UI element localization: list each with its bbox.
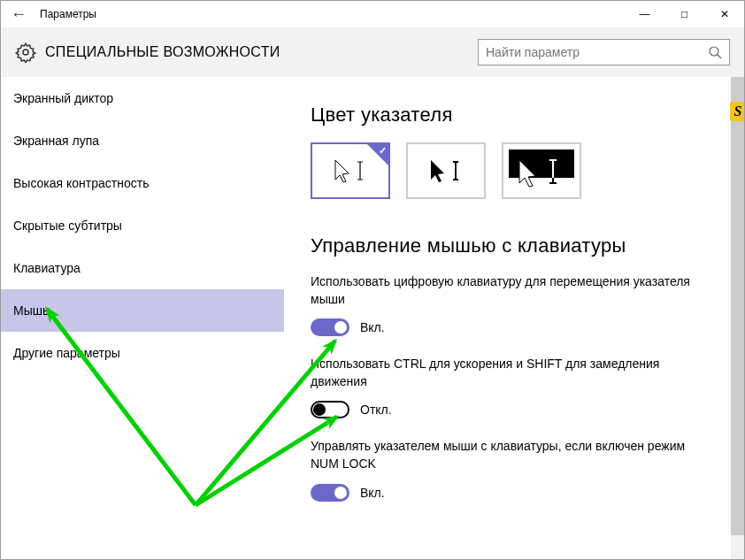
annotation-badge: S [730,102,745,121]
toggle-ctrl-shift-speed[interactable] [311,401,349,418]
minimize-button[interactable]: — [625,1,664,27]
search-box[interactable] [478,39,730,65]
sidebar-item-magnifier[interactable]: Экранная лупа [1,119,284,162]
scrollbar[interactable] [731,77,744,559]
sidebar-item-label: Экранная лупа [13,134,99,148]
header-title: СПЕЦИАЛЬНЫЕ ВОЗМОЖНОСТИ [45,44,280,60]
sidebar: Экранный диктор Экранная лупа Высокая ко… [1,77,284,559]
sidebar-item-label: Клавиатура [13,261,81,275]
cursor-options: ✓ [311,142,718,199]
search-icon [708,45,722,59]
content-pane: Цвет указателя ✓ [284,77,744,559]
maximize-button[interactable]: □ [664,1,704,27]
setting-label: Использовать цифровую клавиатуру для пер… [311,273,691,308]
toggle-state-label: Вкл. [360,486,385,500]
cursor-preview-icon [424,155,468,187]
sidebar-item-label: Экранный диктор [13,91,113,105]
svg-line-2 [718,55,721,58]
sidebar-item-other-options[interactable]: Другие параметры [1,332,284,374]
sidebar-item-keyboard[interactable]: Клавиатура [1,247,284,289]
sidebar-item-label: Мышь [13,303,49,318]
cursor-preview-icon [503,144,580,197]
sidebar-item-label: Скрытые субтитры [13,219,122,233]
toggle-state-label: Откл. [360,403,392,417]
back-button[interactable]: ← [1,5,36,24]
section-title-mouse-keys: Управление мышью с клавиатуры [311,234,718,257]
toggle-numlock-mouse[interactable] [311,484,349,502]
close-button[interactable]: ✕ [704,1,744,27]
gear-icon [15,42,36,63]
section-title-pointer-color: Цвет указателя [311,104,718,127]
cursor-option-black[interactable] [406,142,486,199]
sidebar-item-high-contrast[interactable]: Высокая контрастность [1,162,284,204]
sidebar-item-closed-captions[interactable]: Скрытые субтитры [1,204,284,247]
sidebar-item-narrator[interactable]: Экранный диктор [1,77,284,119]
checkmark-icon: ✓ [379,145,387,157]
setting-label: Управлять указателем мыши с клавиатуры, … [311,438,691,472]
sidebar-item-label: Другие параметры [13,346,120,360]
search-input[interactable] [486,45,708,59]
sidebar-item-mouse[interactable]: Мышь [1,289,284,332]
scrollbar-thumb[interactable] [731,77,744,535]
svg-point-0 [23,50,28,55]
window-title: Параметры [36,8,625,20]
svg-rect-3 [509,150,574,178]
header: СПЕЦИАЛЬНЫЕ ВОЗМОЖНОСТИ [1,27,744,77]
title-bar: ← Параметры — □ ✕ [1,1,744,27]
toggle-numpad-mouse[interactable] [311,318,349,336]
cursor-option-inverted[interactable] [502,142,581,199]
toggle-state-label: Вкл. [360,320,385,334]
setting-label: Использовать CTRL для ускорения и SHIFT … [311,356,691,390]
sidebar-item-label: Высокая контрастность [13,176,149,190]
svg-point-1 [710,47,718,56]
cursor-option-white[interactable]: ✓ [311,142,390,199]
